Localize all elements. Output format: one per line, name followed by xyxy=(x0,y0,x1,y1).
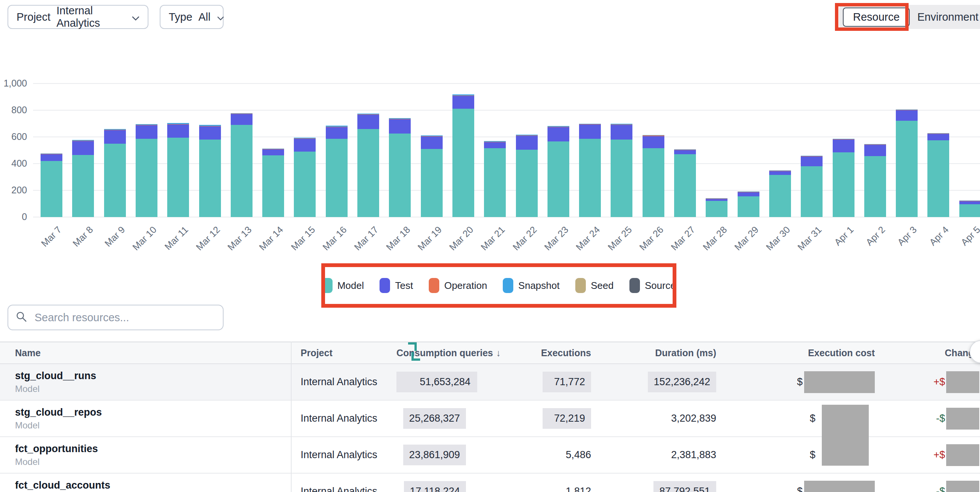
bar-segment-test xyxy=(896,110,918,121)
x-tick-label: Mar 17 xyxy=(352,224,381,253)
bar-segment-test xyxy=(262,149,284,155)
redaction-block xyxy=(804,481,875,492)
x-tick-label: Apr 1 xyxy=(832,224,856,248)
column-header-duration-ms-[interactable]: Duration (ms) xyxy=(592,348,717,358)
column-header-change[interactable]: Change xyxy=(875,348,980,358)
bar-segment-model xyxy=(864,156,886,217)
bar-segment-operation xyxy=(72,141,94,141)
bar-segment-test xyxy=(643,136,664,149)
bar-segment-test xyxy=(72,141,94,155)
bar-segment-model xyxy=(611,139,632,217)
bar-segment-snapshot xyxy=(738,192,759,192)
bar-mar-18[interactable] xyxy=(389,0,411,217)
cell-duration: 152,236,242 xyxy=(592,372,717,392)
x-tick-label: Mar 14 xyxy=(257,224,286,253)
x-tick-label: Mar 31 xyxy=(795,224,824,253)
x-tick-label: Apr 5 xyxy=(959,224,980,248)
search-box[interactable] xyxy=(8,305,224,330)
legend-item-operation[interactable]: Operation xyxy=(429,278,487,293)
bar-mar-14[interactable] xyxy=(262,0,284,217)
bar-mar-25[interactable] xyxy=(611,0,632,217)
legend-item-seed[interactable]: Seed xyxy=(575,278,614,293)
bar-mar-22[interactable] xyxy=(516,0,538,217)
table-row-fct_cloud_accounts[interactable]: fct_cloud_accountsModelInternal Analytic… xyxy=(0,474,980,492)
cost-currency-prefix: $ xyxy=(810,413,815,424)
search-input[interactable] xyxy=(34,311,215,324)
bar-mar-19[interactable] xyxy=(421,0,443,217)
bar-mar-26[interactable] xyxy=(643,0,664,217)
bar-mar-8[interactable] xyxy=(72,0,94,217)
legend-label: Test xyxy=(395,280,413,292)
cell-consumption-queries: 17,118,224 xyxy=(396,481,467,492)
bar-mar-15[interactable] xyxy=(294,0,316,217)
table-row-stg_cloud__runs[interactable]: stg_cloud__runsModelInternal Analytics51… xyxy=(0,364,980,401)
operation-swatch-icon xyxy=(429,278,439,293)
bar-mar-10[interactable] xyxy=(136,0,158,217)
change-prefix: +$ xyxy=(934,449,945,461)
redaction-block xyxy=(946,481,979,492)
column-header-consumption-queries[interactable]: Consumption queries↓ xyxy=(396,348,467,358)
bar-apr-1[interactable] xyxy=(833,0,854,217)
column-header-name[interactable]: Name xyxy=(0,348,291,358)
bar-segment-test xyxy=(611,125,632,139)
dashboard-page: Project Internal Analytics Type All Reso… xyxy=(0,0,980,492)
bar-mar-17[interactable] xyxy=(357,0,379,217)
x-tick-label: Mar 25 xyxy=(605,224,634,253)
legend-item-source[interactable]: Source xyxy=(629,278,676,293)
bar-apr-4[interactable] xyxy=(928,0,949,217)
bar-mar-11[interactable] xyxy=(167,0,189,217)
bar-mar-13[interactable] xyxy=(231,0,253,217)
cell-executions: 1,812 xyxy=(467,486,592,492)
bar-mar-29[interactable] xyxy=(738,0,759,217)
bar-mar-20[interactable] xyxy=(452,0,474,217)
bar-segment-test xyxy=(357,115,379,129)
table-header-row: NameProjectConsumption queries↓Execution… xyxy=(0,342,980,364)
resource-name[interactable]: fct_opportunities xyxy=(15,443,291,455)
cell-change: -$ xyxy=(875,408,980,430)
bar-segment-operation xyxy=(516,136,538,136)
x-tick-label: Apr 4 xyxy=(927,224,951,248)
column-header-project[interactable]: Project xyxy=(291,348,396,358)
cost-currency-prefix: $ xyxy=(797,376,803,388)
bar-apr-3[interactable] xyxy=(896,0,918,217)
model-swatch-icon xyxy=(322,278,332,293)
bar-segment-snapshot xyxy=(199,125,221,126)
cell-execution-cost: $ xyxy=(717,371,875,393)
bar-mar-12[interactable] xyxy=(199,0,221,217)
legend-item-test[interactable]: Test xyxy=(380,278,413,293)
bar-mar-21[interactable] xyxy=(484,0,506,217)
bar-segment-test xyxy=(674,150,696,154)
cost-currency-prefix: $ xyxy=(797,486,803,492)
resource-name[interactable]: fct_cloud_accounts xyxy=(15,479,291,492)
x-tick-label: Apr 3 xyxy=(896,224,919,248)
y-tick-label: 800 xyxy=(0,105,27,115)
cell-change: +$ xyxy=(875,444,980,466)
bar-mar-31[interactable] xyxy=(801,0,822,217)
bar-mar-9[interactable] xyxy=(104,0,126,217)
x-tick-label: Mar 21 xyxy=(479,224,507,253)
legend-item-snapshot[interactable]: Snapshot xyxy=(503,278,560,293)
bar-mar-30[interactable] xyxy=(769,0,791,217)
column-header-execution-cost[interactable]: Execution cost xyxy=(717,348,875,358)
legend-label: Operation xyxy=(444,280,487,292)
bar-mar-28[interactable] xyxy=(706,0,727,217)
bar-apr-5[interactable] xyxy=(959,0,980,217)
column-header-executions[interactable]: Executions xyxy=(467,348,592,358)
bar-mar-16[interactable] xyxy=(326,0,348,217)
bar-segment-model xyxy=(452,109,474,217)
cell-executions: 72,219 xyxy=(467,408,592,429)
resource-name[interactable]: stg_cloud__runs xyxy=(15,370,291,383)
cell-project: Internal Analytics xyxy=(291,376,396,388)
bar-segment-operation xyxy=(484,142,506,142)
bar-mar-23[interactable] xyxy=(547,0,569,217)
legend-label: Snapshot xyxy=(518,280,560,292)
bar-segment-model xyxy=(199,139,221,217)
x-tick-label: Mar 16 xyxy=(321,224,349,253)
bar-apr-2[interactable] xyxy=(864,0,886,217)
bar-mar-27[interactable] xyxy=(674,0,696,217)
resource-name[interactable]: stg_cloud__repos xyxy=(15,406,291,419)
bar-mar-7[interactable] xyxy=(41,0,62,217)
bar-segment-model xyxy=(674,154,696,217)
legend-item-model[interactable]: Model xyxy=(322,278,364,293)
bar-mar-24[interactable] xyxy=(579,0,601,217)
